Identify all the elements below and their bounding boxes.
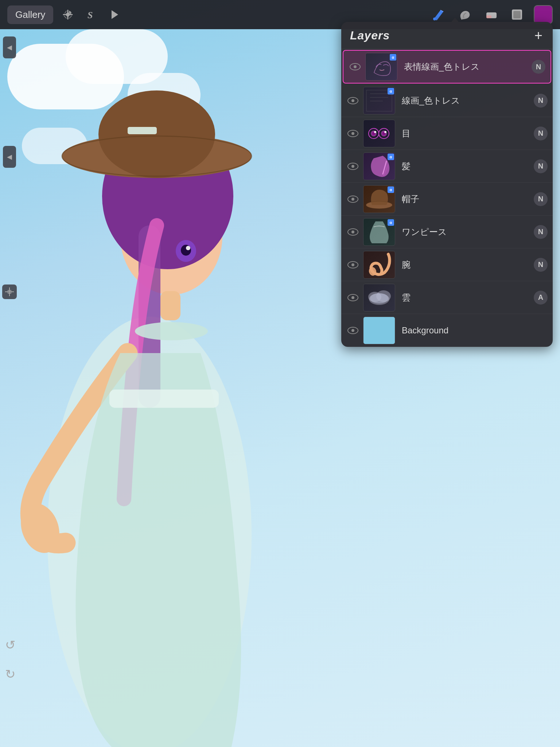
blend-mode-badge[interactable]: N (534, 258, 548, 272)
layer-name: 帽子 (399, 193, 530, 205)
layer-name: 表情線画_色トレス (401, 61, 528, 73)
layer-row-layer-cloud[interactable]: 雲 A (341, 281, 553, 314)
layer-row-layer-background[interactable]: Background (341, 314, 553, 347)
thumb-content (363, 284, 395, 311)
layer-row-layer-eyes[interactable]: 目 N (341, 117, 553, 150)
layer-thumbnail: α (365, 53, 397, 81)
thumb-content (363, 317, 395, 344)
layers-list: α 表情線画_色トレス N α 線画_色トレス N (341, 50, 553, 347)
eye-icon (347, 261, 358, 268)
layer-thumbnail: α (363, 185, 395, 213)
layer-visibility-toggle[interactable] (346, 225, 359, 239)
brush-tool-button[interactable] (429, 5, 448, 24)
sidebar-crosshair[interactable] (2, 285, 17, 299)
character-art (11, 25, 284, 747)
svg-point-33 (374, 131, 376, 133)
alpha-lock-badge: α (388, 219, 394, 226)
eye-icon (347, 130, 358, 137)
svg-point-18 (433, 18, 436, 20)
layer-visibility-toggle[interactable] (346, 193, 359, 206)
eye-icon (350, 63, 361, 70)
svg-point-5 (98, 90, 215, 178)
blend-mode-badge[interactable]: N (534, 192, 548, 206)
eye-icon (347, 327, 358, 334)
svg-rect-13 (109, 390, 219, 408)
gallery-button[interactable]: Gallery (7, 5, 53, 24)
layer-visibility-toggle[interactable] (346, 160, 359, 173)
layer-row-layer-arm[interactable]: 腕 N (341, 248, 553, 281)
svg-point-12 (135, 322, 208, 340)
layer-row-layer-hair[interactable]: α 髪 N (341, 150, 553, 183)
transform-icon[interactable] (106, 6, 123, 23)
layer-row-layer-dress[interactable]: α ワンピース N (341, 216, 553, 248)
alpha-lock-badge: α (388, 88, 394, 94)
layer-name: ワンピース (399, 226, 530, 238)
layer-thumbnail (363, 317, 395, 344)
layer-row-layer-face-sketch[interactable]: α 表情線画_色トレス N (343, 50, 551, 84)
layers-panel: Layers + α 表情線画_色トレス N (341, 22, 553, 347)
layer-name: 雲 (399, 292, 530, 303)
alpha-lock-badge: α (390, 54, 396, 61)
layer-visibility-toggle[interactable] (346, 258, 359, 271)
layer-visibility-toggle[interactable] (349, 60, 362, 73)
svg-point-41 (370, 293, 388, 303)
add-layer-button[interactable]: + (533, 28, 544, 42)
layer-row-layer-hat[interactable]: α 帽子 N (341, 183, 553, 216)
eye-icon (347, 228, 358, 236)
svg-rect-7 (128, 127, 157, 134)
layer-name: 腕 (399, 259, 530, 271)
left-handle-mid[interactable]: ◀ (3, 146, 16, 168)
layer-visibility-toggle[interactable] (346, 324, 359, 337)
blend-mode-badge[interactable]: N (534, 94, 548, 108)
blend-mode-badge[interactable]: N (534, 127, 548, 140)
layer-thumbnail (363, 120, 395, 147)
blend-mode-badge[interactable]: N (532, 60, 545, 74)
layer-row-layer-sketch[interactable]: α 線画_色トレス N (341, 84, 553, 117)
layer-thumbnail: α (363, 152, 395, 180)
svg-point-10 (186, 246, 190, 250)
svg-text:S: S (88, 10, 93, 20)
layer-name: 線画_色トレス (399, 95, 530, 107)
left-handle-top[interactable]: ◀ (3, 36, 16, 58)
layer-visibility-toggle[interactable] (346, 127, 359, 140)
layer-thumbnail (363, 251, 395, 279)
blend-mode-badge[interactable]: N (534, 225, 548, 239)
eye-icon (347, 294, 358, 301)
eye-icon (347, 163, 358, 170)
eye-icon (347, 196, 358, 203)
alpha-lock-badge: α (388, 154, 394, 160)
alpha-lock-badge: α (388, 186, 394, 193)
blend-mode-badge[interactable]: N (534, 159, 548, 173)
thumb-content (363, 120, 395, 147)
blend-mode-badge[interactable]: A (534, 291, 548, 305)
layer-name: 目 (399, 128, 530, 139)
panel-arrow (448, 18, 462, 26)
color-swatch[interactable] (534, 5, 553, 24)
layer-name: Background (399, 325, 548, 336)
left-sidebar: ◀ ◀ (0, 29, 19, 747)
thumb-content (363, 251, 395, 278)
layer-visibility-toggle[interactable] (346, 291, 359, 304)
history-icon[interactable]: S (82, 6, 100, 23)
svg-rect-14 (160, 291, 180, 320)
layer-thumbnail: α (363, 87, 395, 115)
svg-rect-22 (513, 11, 521, 18)
layer-thumbnail: α (363, 218, 395, 246)
layers-toggle-button[interactable] (508, 5, 526, 24)
eraser-tool-button[interactable] (481, 5, 500, 24)
svg-marker-17 (112, 10, 118, 19)
layers-title: Layers (350, 29, 390, 42)
settings-icon[interactable] (59, 6, 77, 23)
layer-visibility-toggle[interactable] (346, 94, 359, 107)
eye-icon (347, 97, 358, 104)
layer-thumbnail (363, 284, 395, 311)
layer-name: 髪 (399, 160, 530, 172)
svg-rect-20 (486, 15, 491, 18)
layers-header: Layers + (341, 22, 553, 49)
svg-point-34 (384, 131, 386, 133)
